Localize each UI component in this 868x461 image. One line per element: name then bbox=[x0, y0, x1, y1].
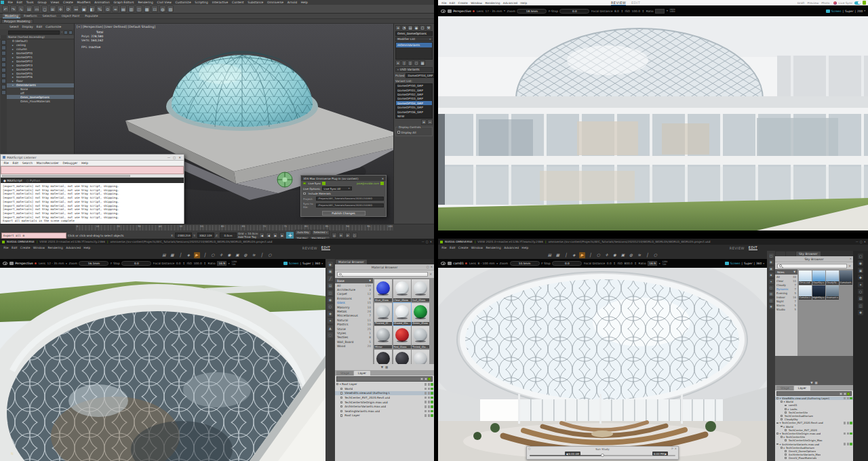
menu-item[interactable]: Modifiers bbox=[75, 1, 92, 4]
layer-checkbox[interactable] bbox=[340, 388, 342, 390]
lens-value[interactable]: 17 - 35 mm bbox=[486, 9, 502, 13]
sky-thumbnail[interactable]: Overcast.u.. bbox=[826, 285, 839, 300]
list-view-icon[interactable] bbox=[840, 393, 842, 395]
menu-item[interactable]: Window bbox=[469, 1, 484, 5]
layer-checkbox[interactable] bbox=[776, 433, 778, 435]
explorer-menu-item[interactable]: Edit bbox=[35, 25, 44, 28]
layer-checkbox[interactable] bbox=[785, 405, 787, 407]
menu-item[interactable]: File bbox=[2, 246, 10, 249]
layer-checkbox[interactable] bbox=[776, 443, 778, 445]
material-thumbnail[interactable] bbox=[393, 350, 411, 364]
layer-checkbox[interactable] bbox=[785, 412, 787, 414]
modify-tab-icon[interactable]: ◔ bbox=[401, 25, 407, 31]
remove-modifier-icon[interactable]: ◌ bbox=[414, 60, 419, 66]
sky-browser-title[interactable]: Sky Browser ✕ bbox=[775, 256, 853, 262]
picked-value[interactable]: DomeOPT04_GRP bbox=[406, 73, 434, 78]
toolbar-icon[interactable]: ↷ bbox=[10, 5, 17, 12]
layer-row[interactable]: ▾ Root Layer bbox=[335, 382, 434, 387]
material-thumbnail[interactable] bbox=[374, 350, 392, 364]
dock-icon[interactable]: ▤ bbox=[769, 292, 774, 296]
toolbar-icon[interactable]: ▤ bbox=[547, 252, 553, 258]
explorer-menu-item[interactable]: Customize bbox=[44, 25, 62, 28]
modifier-entry[interactable]: mOmniVariants bbox=[396, 43, 432, 47]
dock-icon[interactable]: ✱ bbox=[769, 304, 774, 309]
include-materials-checkbox[interactable] bbox=[303, 193, 306, 195]
explorer-search-input[interactable] bbox=[8, 31, 60, 35]
toolbar-icon[interactable]: ↔ bbox=[73, 5, 79, 12]
category-filter-header[interactable]: Base▼ bbox=[335, 278, 373, 283]
toolbar-icon[interactable]: ◫ bbox=[136, 5, 142, 12]
listener-scrollbar[interactable] bbox=[1, 174, 184, 178]
category-item[interactable]: Evening5 bbox=[775, 291, 797, 295]
menu-item[interactable]: Edit bbox=[448, 246, 457, 249]
layer-checkbox[interactable] bbox=[776, 397, 778, 399]
menu-item[interactable]: Tools bbox=[24, 1, 35, 4]
toolbar-icon[interactable]: ▶ bbox=[579, 252, 585, 258]
menu-item[interactable]: File bbox=[6, 1, 14, 4]
grid-view-icon[interactable]: ▦ bbox=[815, 381, 818, 384]
menu-item[interactable]: Graph Editors bbox=[112, 1, 136, 4]
category-item[interactable]: Wood20 bbox=[335, 344, 373, 348]
toolbar-icon[interactable]: ▶ bbox=[194, 252, 200, 258]
stepper-icon[interactable]: ↕ bbox=[634, 262, 637, 265]
toolbar-icon[interactable]: ▣ bbox=[235, 252, 241, 258]
toolbar-icon[interactable]: ✛ bbox=[604, 252, 610, 258]
sun-start-time-button[interactable]: ◀6:00 AM bbox=[565, 452, 581, 456]
zoom-slider[interactable]: 18.5mm bbox=[517, 9, 547, 14]
remove-variant-button[interactable]: − bbox=[427, 119, 433, 125]
toolbar-icon[interactable]: ⊙ bbox=[104, 5, 111, 12]
detail-view-icon[interactable] bbox=[844, 393, 846, 395]
camera-name[interactable]: cam01 bbox=[453, 262, 464, 265]
chevron-down-icon[interactable]: ▾ bbox=[496, 262, 498, 265]
maximize-icon[interactable]: ▢ bbox=[426, 240, 429, 243]
menu-item[interactable]: Rendering bbox=[136, 1, 155, 4]
tab-review[interactable]: REVIEW bbox=[302, 246, 317, 250]
chevron-down-icon[interactable]: ▾ bbox=[66, 262, 67, 265]
clear-search-icon[interactable]: ✕ bbox=[60, 31, 63, 34]
stepper-icon[interactable]: ↕ bbox=[182, 262, 185, 265]
close-icon[interactable]: ✕ bbox=[178, 156, 182, 159]
material-thumbnail[interactable]: Frosted_Gl... bbox=[374, 303, 392, 325]
menu-item[interactable]: Edit bbox=[448, 1, 457, 5]
dock-icon[interactable]: ◫ bbox=[858, 303, 863, 308]
layer-row[interactable]: SeatingVariants.max.usd bbox=[335, 409, 434, 414]
layer-search-input[interactable] bbox=[336, 376, 433, 382]
display-toggle-icon[interactable] bbox=[1, 85, 6, 89]
dock-icon[interactable]: ◆ bbox=[858, 275, 863, 280]
layer-checkbox[interactable] bbox=[336, 383, 338, 385]
object-name-field[interactable]: Omni_DomeOptions bbox=[395, 31, 433, 36]
material-thumbnail[interactable]: Clear_Glass bbox=[393, 279, 411, 302]
menu-item[interactable]: Customize bbox=[174, 1, 193, 4]
layer-checkbox[interactable] bbox=[340, 414, 342, 416]
display-toggle-icon[interactable] bbox=[1, 45, 6, 50]
sun-slider-knob[interactable] bbox=[601, 454, 604, 457]
dock-icon[interactable]: ✦ bbox=[858, 282, 863, 287]
visibility-eye-icon[interactable] bbox=[441, 262, 446, 265]
clear-search-icon[interactable]: ✕ bbox=[429, 273, 432, 276]
dock-icon[interactable]: ▢ bbox=[427, 265, 429, 268]
pin-stack-icon[interactable]: ⌖ bbox=[395, 60, 401, 66]
screenshot-icon[interactable] bbox=[725, 262, 729, 265]
category-item[interactable]: Dynamic7 bbox=[775, 287, 797, 291]
ribbon-tab[interactable]: Freeform bbox=[22, 14, 39, 18]
configure-icon[interactable]: ▦ bbox=[420, 60, 425, 66]
toolbar-icon[interactable]: ◉ bbox=[226, 252, 233, 258]
go-to-end-button[interactable]: ▶ bbox=[279, 233, 285, 238]
menu-item[interactable]: Advanced bbox=[502, 1, 519, 5]
toolbar-icon[interactable]: ◻ bbox=[41, 5, 48, 12]
filter-icon[interactable]: ▼ bbox=[381, 365, 383, 369]
live-sync-checkbox[interactable] bbox=[303, 182, 306, 185]
screenshot-icon[interactable] bbox=[283, 262, 288, 265]
menu-item[interactable]: Animation bbox=[93, 1, 111, 4]
minimize-icon[interactable]: — bbox=[167, 156, 171, 159]
camera-lock-icon[interactable] bbox=[473, 10, 475, 12]
maximize-icon[interactable]: ▢ bbox=[172, 156, 176, 159]
motion-tab-icon[interactable]: ◉ bbox=[414, 25, 419, 31]
expand-arrow-icon[interactable]: ▸ bbox=[783, 435, 785, 439]
selection-filter-dropdown[interactable]: Selected ▾ bbox=[312, 230, 330, 235]
project-path-field[interactable]: /Projects/AEC_Tutorials/Sessions/2020121… bbox=[316, 197, 384, 201]
listener-menu-item[interactable]: MacroRecorder bbox=[35, 161, 60, 165]
dock-icon[interactable]: ○ bbox=[858, 289, 863, 294]
listener-macro-pane[interactable] bbox=[1, 166, 184, 174]
hierarchy-tab-icon[interactable]: ▤ bbox=[408, 25, 413, 31]
